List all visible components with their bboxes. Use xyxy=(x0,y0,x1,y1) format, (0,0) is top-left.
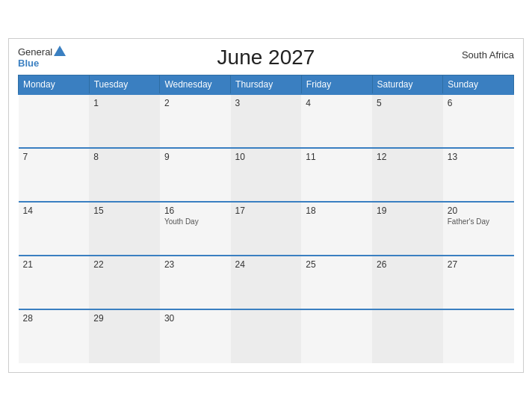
calendar-cell: 16Youth Day xyxy=(160,202,231,256)
calendar-header: General Blue June 2027 South Africa xyxy=(18,46,514,69)
calendar-cell: 30 xyxy=(160,309,231,363)
calendar-cell: 27 xyxy=(443,256,514,309)
calendar-cell: 20Father's Day xyxy=(443,202,514,256)
weekday-header-row: MondayTuesdayWednesdayThursdayFridaySatu… xyxy=(19,75,514,95)
calendar-cell xyxy=(231,309,302,363)
calendar-cell: 18 xyxy=(301,202,372,256)
calendar-cell: 26 xyxy=(372,256,443,309)
calendar-cell: 6 xyxy=(443,94,514,148)
weekday-header-saturday: Saturday xyxy=(372,75,443,95)
calendar-cell: 7 xyxy=(19,148,90,202)
day-number: 2 xyxy=(164,98,226,108)
day-number: 10 xyxy=(235,152,297,162)
calendar-cell: 8 xyxy=(89,148,160,202)
weekday-header-tuesday: Tuesday xyxy=(89,75,160,95)
logo-general-text: General xyxy=(18,46,52,58)
logo-triangle-icon xyxy=(54,46,66,56)
day-number: 27 xyxy=(448,259,510,270)
month-title: June 2027 xyxy=(217,46,315,69)
calendar-cell: 24 xyxy=(231,256,302,309)
day-number: 7 xyxy=(23,152,85,162)
calendar-cell: 1 xyxy=(89,94,160,148)
day-number: 28 xyxy=(23,313,85,324)
day-number: 1 xyxy=(93,98,155,108)
country-label: South Africa xyxy=(462,49,514,61)
calendar-cell: 10 xyxy=(231,148,302,202)
logo-blue-text: Blue xyxy=(18,58,39,69)
day-number: 4 xyxy=(306,98,368,108)
day-number: 22 xyxy=(93,259,155,270)
calendar-cell: 9 xyxy=(160,148,231,202)
day-number: 13 xyxy=(448,152,510,162)
day-number: 19 xyxy=(377,206,439,216)
calendar-week-row: 78910111213 xyxy=(19,148,514,202)
calendar-cell xyxy=(19,94,90,148)
day-number: 26 xyxy=(377,259,439,270)
day-number: 21 xyxy=(23,259,85,270)
day-number: 9 xyxy=(164,152,226,162)
calendar-cell xyxy=(372,309,443,363)
calendar-cell: 19 xyxy=(372,202,443,256)
day-number: 20 xyxy=(448,206,510,216)
day-number: 3 xyxy=(235,98,297,108)
calendar-cell: 2 xyxy=(160,94,231,148)
calendar-week-row: 141516Youth Day17181920Father's Day xyxy=(19,202,514,256)
calendar-cell xyxy=(301,309,372,363)
calendar-cell xyxy=(443,309,514,363)
day-number: 29 xyxy=(93,313,155,324)
calendar-cell: 4 xyxy=(301,94,372,148)
logo: General Blue xyxy=(18,46,66,69)
calendar-container: General Blue June 2027 South Africa Mond… xyxy=(8,38,524,373)
day-event: Father's Day xyxy=(448,217,510,226)
calendar-cell: 21 xyxy=(19,256,90,309)
day-number: 17 xyxy=(235,206,297,216)
day-number: 14 xyxy=(23,206,85,216)
day-number: 8 xyxy=(93,152,155,162)
calendar-cell: 11 xyxy=(301,148,372,202)
day-number: 24 xyxy=(235,259,297,270)
calendar-cell: 13 xyxy=(443,148,514,202)
calendar-cell: 29 xyxy=(89,309,160,363)
day-number: 30 xyxy=(164,313,226,324)
calendar-cell: 3 xyxy=(231,94,302,148)
calendar-cell: 17 xyxy=(231,202,302,256)
day-number: 12 xyxy=(377,152,439,162)
calendar-body: 12345678910111213141516Youth Day17181920… xyxy=(19,94,514,363)
weekday-header-wednesday: Wednesday xyxy=(160,75,231,95)
weekday-header-thursday: Thursday xyxy=(231,75,302,95)
calendar-cell: 25 xyxy=(301,256,372,309)
weekday-header-sunday: Sunday xyxy=(443,75,514,95)
day-number: 18 xyxy=(306,206,368,216)
day-number: 5 xyxy=(377,98,439,108)
calendar-week-row: 282930 xyxy=(19,309,514,363)
calendar-table: MondayTuesdayWednesdayThursdayFridaySatu… xyxy=(18,75,514,363)
day-event: Youth Day xyxy=(164,217,226,226)
calendar-cell: 22 xyxy=(89,256,160,309)
calendar-cell: 23 xyxy=(160,256,231,309)
day-number: 6 xyxy=(448,98,510,108)
calendar-week-row: 123456 xyxy=(19,94,514,148)
day-number: 25 xyxy=(306,259,368,270)
calendar-cell: 28 xyxy=(19,309,90,363)
weekday-header-monday: Monday xyxy=(19,75,90,95)
weekday-header-friday: Friday xyxy=(301,75,372,95)
calendar-week-row: 21222324252627 xyxy=(19,256,514,309)
calendar-cell: 14 xyxy=(19,202,90,256)
calendar-cell: 12 xyxy=(372,148,443,202)
day-number: 16 xyxy=(164,206,226,216)
calendar-thead: MondayTuesdayWednesdayThursdayFridaySatu… xyxy=(19,75,514,95)
calendar-cell: 5 xyxy=(372,94,443,148)
day-number: 11 xyxy=(306,152,368,162)
day-number: 23 xyxy=(164,259,226,270)
day-number: 15 xyxy=(93,206,155,216)
calendar-cell: 15 xyxy=(89,202,160,256)
